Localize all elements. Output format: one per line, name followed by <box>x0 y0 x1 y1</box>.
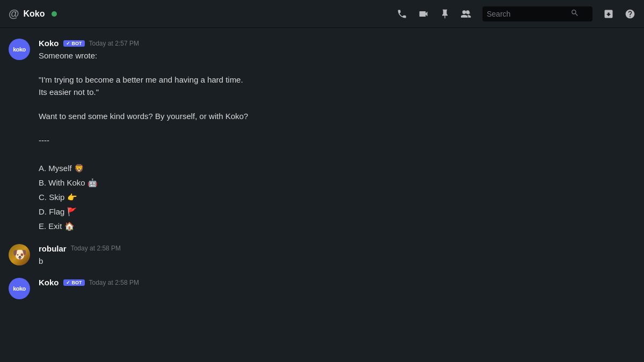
message-text: b <box>39 255 635 268</box>
message-row: koko Koko ✓ BOT Today at 2:58 PM <box>9 278 635 299</box>
message-timestamp: Today at 2:58 PM <box>71 245 121 252</box>
channel-type-symbol: @ <box>9 8 19 20</box>
chat-area: koko Koko ✓ BOT Today at 2:57 PM Someone… <box>0 28 644 362</box>
bot-label: BOT <box>72 280 82 285</box>
text-divider: ---- <box>39 136 49 145</box>
message-header: Koko ✓ BOT Today at 2:57 PM <box>39 39 635 48</box>
add-member-icon[interactable] <box>461 8 472 19</box>
call-icon[interactable] <box>397 8 407 19</box>
help-icon[interactable] <box>625 8 635 19</box>
text-line: Someone wrote: <box>39 51 97 60</box>
header-left: @ Koko <box>9 8 392 20</box>
message-content: Koko ✓ BOT Today at 2:58 PM <box>39 278 635 289</box>
message-content: Koko ✓ BOT Today at 2:57 PM Someone wrot… <box>39 39 635 233</box>
channel-name: Koko <box>24 9 45 19</box>
option-b: B. With Koko 🤖 <box>39 178 98 187</box>
online-indicator <box>52 11 57 17</box>
message-timestamp: Today at 2:58 PM <box>89 279 139 286</box>
avatar-text: koko <box>13 285 26 292</box>
verified-check: ✓ <box>66 280 70 285</box>
username: Koko <box>39 39 59 48</box>
text-line: Its easier not to." <box>39 87 99 97</box>
message-row: robular Today at 2:58 PM b <box>9 244 635 268</box>
username: Koko <box>39 278 59 287</box>
option-a: A. Myself 🦁 <box>39 164 84 173</box>
option-list: A. Myself 🦁 B. With Koko 🤖 C. Skip 👉 D. … <box>39 161 635 233</box>
header: @ Koko <box>0 0 644 28</box>
option-e: E. Exit 🏠 <box>39 221 75 231</box>
avatar: koko <box>9 278 30 299</box>
text-line: b <box>39 256 43 265</box>
pinned-messages-icon[interactable] <box>440 8 450 19</box>
message-header: Koko ✓ BOT Today at 2:58 PM <box>39 278 635 287</box>
message-row: koko Koko ✓ BOT Today at 2:57 PM Someone… <box>9 39 635 233</box>
search-icon <box>570 9 579 19</box>
message-timestamp: Today at 2:57 PM <box>89 40 139 47</box>
verified-check: ✓ <box>66 41 70 46</box>
header-icons <box>397 6 635 21</box>
search-input[interactable] <box>487 10 567 18</box>
message-header: robular Today at 2:58 PM <box>39 244 635 253</box>
search-bar[interactable] <box>482 6 592 21</box>
text-line: Want to send some kind words? By yoursel… <box>39 112 248 121</box>
option-c: C. Skip 👉 <box>39 193 77 202</box>
message-text: Someone wrote: "I'm trying to become a b… <box>39 50 635 233</box>
message-content: robular Today at 2:58 PM b <box>39 244 635 268</box>
bot-badge: ✓ BOT <box>63 279 85 286</box>
option-d: D. Flag 🚩 <box>39 207 77 216</box>
avatar <box>9 244 30 265</box>
username: robular <box>39 244 67 253</box>
inbox-icon[interactable] <box>603 8 614 19</box>
bot-badge: ✓ BOT <box>63 40 85 47</box>
bot-label: BOT <box>72 41 82 46</box>
avatar-text: koko <box>13 46 26 53</box>
avatar: koko <box>9 39 30 60</box>
video-icon[interactable] <box>418 8 429 19</box>
text-line: "I'm trying to become a better me and ha… <box>39 75 243 84</box>
